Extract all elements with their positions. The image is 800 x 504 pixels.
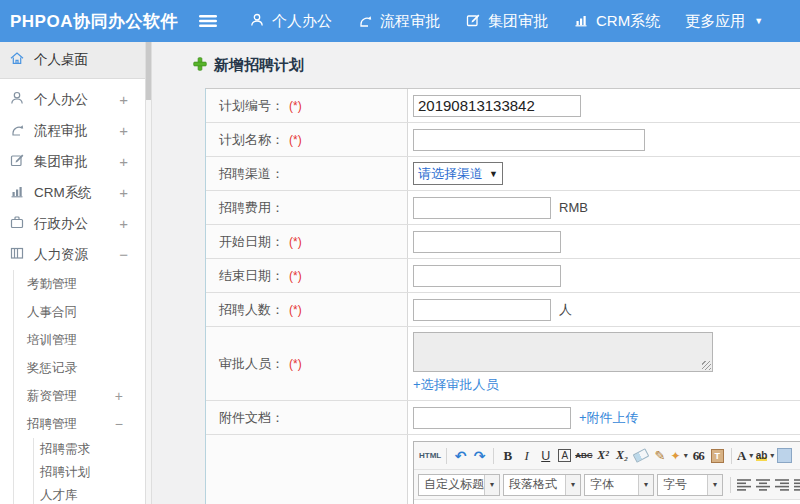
eraser-shape bbox=[633, 448, 650, 463]
sidebar-scrollbar[interactable] bbox=[145, 42, 152, 504]
app-title: PHPOA协同办公软件 bbox=[10, 10, 188, 33]
underline-button[interactable]: U bbox=[537, 447, 554, 465]
align-right-icon[interactable] bbox=[774, 476, 791, 494]
custom-title-dropdown[interactable]: 自定义标题▾ bbox=[418, 474, 500, 496]
superscript-button[interactable]: X² bbox=[595, 447, 612, 465]
highlight-color-button[interactable]: ab▾ bbox=[756, 447, 775, 465]
form-row-plan-name: 计划名称：(*) bbox=[206, 123, 800, 157]
toolbar-separator bbox=[731, 448, 732, 464]
sidebar-item-desktop[interactable]: 个人桌面 bbox=[0, 42, 145, 79]
sidebar-item-reward-punish[interactable]: 奖惩记录 bbox=[14, 354, 145, 382]
attachment-upload-link[interactable]: +附件上传 bbox=[579, 409, 639, 427]
sidebar-item-admin-office[interactable]: 行政办公 + bbox=[0, 208, 145, 239]
select-approver-link[interactable]: +选择审批人员 bbox=[413, 376, 499, 394]
headcount-unit: 人 bbox=[559, 301, 572, 319]
bold-button[interactable]: B bbox=[499, 447, 516, 465]
field-label: 附件文档： bbox=[206, 401, 408, 434]
sidebar-item-label: 行政办公 bbox=[34, 215, 88, 233]
sidebar-item-recruit-plan[interactable]: 招聘计划 bbox=[34, 461, 145, 484]
strikethrough-button[interactable]: ABC bbox=[575, 447, 592, 465]
menu-icon[interactable] bbox=[198, 13, 218, 29]
scrollbar-thumb[interactable] bbox=[146, 42, 151, 100]
headcount-input[interactable] bbox=[413, 299, 551, 321]
expand-icon[interactable]: + bbox=[119, 184, 128, 201]
sidebar-item-label: 流程审批 bbox=[34, 122, 88, 140]
field-label bbox=[206, 435, 408, 504]
sidebar-item-talent-pool[interactable]: 人才库 bbox=[34, 484, 145, 504]
format-brush-icon[interactable]: ✎ bbox=[652, 447, 669, 465]
submenu-label: 招聘管理 bbox=[27, 416, 77, 433]
font-family-dropdown[interactable]: 字体▾ bbox=[584, 474, 654, 496]
recruit-plan-form: 计划编号：(*) 计划名称：(*) 招聘渠道： 请选择渠道 ▼ bbox=[205, 88, 800, 504]
sidebar-item-hr-contract[interactable]: 人事合同 bbox=[14, 298, 145, 326]
expand-icon[interactable]: + bbox=[115, 388, 123, 404]
sidebar-item-label: CRM系统 bbox=[34, 184, 92, 202]
collapse-icon[interactable]: − bbox=[115, 416, 123, 432]
undo-icon[interactable]: ↶ bbox=[452, 447, 469, 465]
label-text: 招聘渠道： bbox=[219, 165, 284, 183]
attachment-input[interactable] bbox=[413, 407, 571, 429]
plan-name-input[interactable] bbox=[413, 129, 645, 151]
required-mark: (*) bbox=[289, 133, 302, 147]
form-row-content-editor: HTML ↶ ↷ B I U A ABC X² X₂ bbox=[206, 435, 800, 504]
label-text: 审批人员： bbox=[219, 355, 284, 373]
expand-icon[interactable]: + bbox=[119, 91, 128, 108]
field-label: 计划名称：(*) bbox=[206, 123, 408, 156]
nav-crm-system[interactable]: CRM系统 bbox=[564, 12, 669, 31]
start-date-input[interactable] bbox=[413, 231, 561, 253]
approver-textarea[interactable] bbox=[413, 332, 713, 372]
align-justify-icon[interactable] bbox=[793, 476, 800, 494]
select-value: 请选择渠道 bbox=[418, 165, 483, 183]
subscript-button[interactable]: X₂ bbox=[614, 447, 631, 465]
nav-label: 更多应用 bbox=[685, 12, 745, 31]
font-border-button[interactable]: A bbox=[556, 447, 573, 465]
align-center-icon[interactable] bbox=[755, 476, 772, 494]
expand-icon[interactable]: + bbox=[119, 215, 128, 232]
source-code-button[interactable]: HTML bbox=[419, 447, 441, 465]
sidebar-item-training[interactable]: 培训管理 bbox=[14, 326, 145, 354]
label-text: 附件文档： bbox=[219, 409, 284, 427]
plan-number-input[interactable] bbox=[413, 95, 581, 117]
eraser-icon[interactable] bbox=[633, 447, 650, 465]
fee-input[interactable] bbox=[413, 197, 551, 219]
sidebar-item-crm[interactable]: CRM系统 + bbox=[0, 177, 145, 208]
redo-icon[interactable]: ↷ bbox=[471, 447, 488, 465]
editor-toolbar-row1: HTML ↶ ↷ B I U A ABC X² X₂ bbox=[414, 442, 800, 470]
end-date-input[interactable] bbox=[413, 265, 561, 287]
sidebar-item-hr[interactable]: 人力资源 − bbox=[0, 239, 145, 270]
main-content: 新增招聘计划 计划编号：(*) 计划名称：(*) 招聘渠道： 请选择渠道 ▼ bbox=[153, 42, 800, 504]
form-row-start-date: 开始日期：(*) bbox=[206, 225, 800, 259]
channel-select[interactable]: 请选择渠道 ▼ bbox=[413, 162, 503, 185]
font-size-dropdown[interactable]: 字号▾ bbox=[657, 474, 723, 496]
paragraph-format-dropdown[interactable]: 段落格式▾ bbox=[503, 474, 581, 496]
sidebar-item-recruit-mgmt[interactable]: 招聘管理− bbox=[14, 410, 145, 438]
label-text: 招聘人数： bbox=[219, 301, 284, 319]
nav-personal-office[interactable]: 个人办公 bbox=[240, 12, 341, 31]
required-mark: (*) bbox=[289, 357, 302, 371]
align-left-icon[interactable] bbox=[736, 476, 753, 494]
nav-more-apps[interactable]: 更多应用 ▼ bbox=[676, 12, 772, 31]
sidebar-item-label: 集团审批 bbox=[34, 153, 88, 171]
caret-down-icon: ▾ bbox=[484, 475, 499, 495]
form-row-headcount: 招聘人数：(*) 人 bbox=[206, 293, 800, 327]
auto-format-button[interactable]: ✦▾ bbox=[671, 447, 688, 465]
editor-content-area[interactable] bbox=[414, 500, 800, 504]
blockquote-button[interactable]: 66 bbox=[690, 447, 707, 465]
font-color-button[interactable]: A▾ bbox=[737, 447, 754, 465]
nav-group-approval[interactable]: 集团审批 bbox=[456, 12, 557, 31]
sidebar-item-recruit-demand[interactable]: 招聘需求 bbox=[34, 438, 145, 461]
sidebar-item-process-approval[interactable]: 流程审批 + bbox=[0, 115, 145, 146]
italic-button[interactable]: I bbox=[518, 447, 535, 465]
sidebar-item-attendance[interactable]: 考勤管理 bbox=[14, 270, 145, 298]
paste-button[interactable]: T bbox=[709, 447, 726, 465]
sidebar-item-group-approval[interactable]: 集团审批 + bbox=[0, 146, 145, 177]
table-icon[interactable] bbox=[777, 448, 792, 463]
sidebar-item-personal-office[interactable]: 个人办公 + bbox=[0, 84, 145, 115]
collapse-icon[interactable]: − bbox=[119, 246, 128, 263]
topbar: PHPOA协同办公软件 个人办公 流程审批 集团审批 CRM系统 更多应用 bbox=[0, 0, 800, 42]
nav-process-approval[interactable]: 流程审批 bbox=[348, 12, 449, 31]
expand-icon[interactable]: + bbox=[119, 153, 128, 170]
sidebar: 个人桌面 个人办公 + 流程审批 + 集团审批 + CRM系统 + 行政办公 + bbox=[0, 42, 145, 504]
expand-icon[interactable]: + bbox=[119, 122, 128, 139]
sidebar-item-salary[interactable]: 薪资管理+ bbox=[14, 382, 145, 410]
